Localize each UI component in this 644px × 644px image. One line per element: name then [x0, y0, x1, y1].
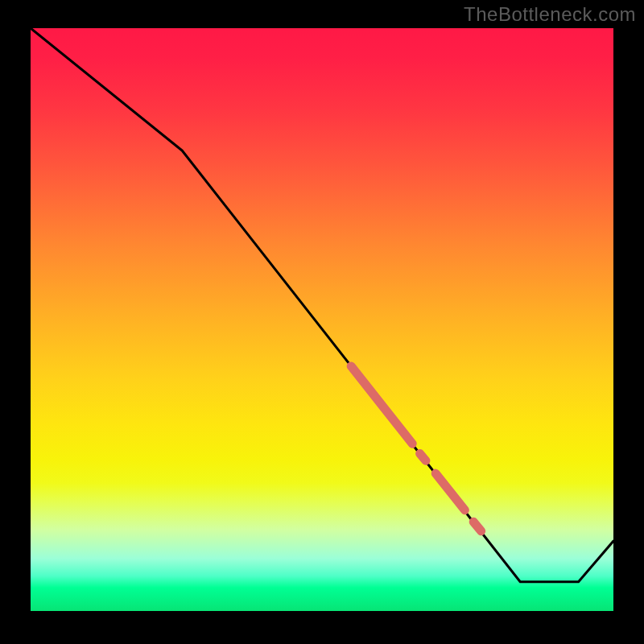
chart-frame: TheBottleneck.com	[0, 0, 644, 644]
chart-overlay	[31, 28, 613, 611]
highlight-segment	[420, 454, 426, 461]
highlight-segment	[351, 366, 412, 444]
highlight-segment	[436, 473, 464, 510]
plot-area	[31, 28, 613, 611]
highlight-segment	[473, 522, 481, 531]
data-line	[31, 28, 613, 582]
watermark-text: TheBottleneck.com	[464, 3, 636, 26]
